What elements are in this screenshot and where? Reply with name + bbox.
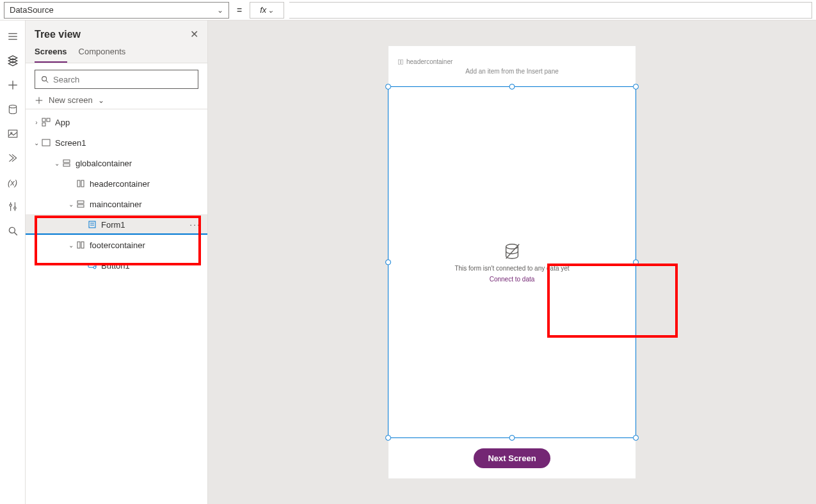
connect-to-data-link[interactable]: Connect to data (490, 276, 535, 283)
svg-point-14 (42, 77, 47, 81)
screen-icon (41, 138, 51, 148)
more-icon[interactable]: ··· (189, 219, 201, 230)
equals-sign: = (234, 5, 244, 15)
caret-icon: ⌄ (52, 160, 61, 167)
caret-icon: ⌄ (32, 139, 41, 146)
tab-components[interactable]: Components (79, 47, 126, 63)
svg-point-5 (9, 105, 16, 108)
svg-point-34 (93, 266, 96, 269)
power-automate-icon[interactable] (0, 146, 26, 170)
left-rail: (x) (0, 20, 26, 504)
vertical-container-icon (61, 158, 72, 168)
fx-label: fx (260, 5, 266, 15)
chevron-down-icon (217, 5, 223, 15)
svg-rect-23 (63, 164, 70, 166)
new-screen-label: New screen (49, 95, 93, 105)
tree-list: › App ⌄ Screen1 ⌄ globalcontainer header… (26, 109, 207, 504)
media-icon[interactable] (0, 122, 26, 146)
property-dropdown[interactable]: DataSource (4, 2, 229, 19)
horizontal-container-icon (76, 240, 86, 250)
svg-rect-35 (398, 59, 400, 64)
svg-rect-31 (77, 242, 80, 248)
tree-node-app[interactable]: › App (26, 112, 207, 132)
tree-node-button1[interactable]: Button1 (26, 255, 207, 276)
svg-line-13 (14, 232, 17, 235)
search-rail-icon[interactable] (0, 219, 26, 243)
horizontal-container-icon (76, 178, 86, 189)
variables-icon[interactable]: (x) (0, 170, 26, 194)
header-container[interactable]: headercontainer Add an item from the Ins… (388, 46, 636, 87)
search-icon (40, 75, 49, 84)
hamburger-icon[interactable] (0, 24, 26, 49)
svg-line-38 (506, 244, 520, 259)
caret-icon: › (32, 119, 41, 126)
plus-icon (35, 96, 44, 105)
chevron-down-icon (98, 95, 104, 105)
tree-node-label: globalcontainer (76, 159, 132, 168)
svg-rect-28 (89, 221, 95, 228)
new-screen-button[interactable]: New screen (26, 91, 207, 109)
main-area: (x) Tree view ✕ Screens Components New s… (0, 20, 816, 504)
advanced-tools-icon[interactable] (0, 194, 26, 219)
search-input[interactable] (53, 75, 193, 84)
svg-point-37 (506, 244, 518, 249)
formula-input[interactable] (289, 2, 812, 19)
tree-header: Tree view ✕ (26, 20, 207, 43)
tree-node-maincontainer[interactable]: ⌄ maincontainer (26, 194, 207, 214)
tree-node-label: Form1 (101, 220, 125, 230)
header-container-label: headercontainer (388, 58, 452, 65)
tree-node-label: Button1 (101, 261, 130, 271)
form-empty-state: This form isn't connected to any data ye… (388, 87, 636, 437)
search-box[interactable] (35, 70, 198, 89)
horizontal-container-icon (397, 59, 404, 65)
fx-button[interactable]: fx (250, 2, 284, 19)
svg-point-9 (9, 204, 11, 206)
canvas: headercontainer Add an item from the Ins… (208, 20, 816, 504)
svg-rect-36 (401, 59, 403, 64)
svg-rect-22 (63, 160, 70, 162)
svg-rect-19 (47, 118, 50, 122)
tree-tabs: Screens Components (26, 43, 207, 63)
svg-point-12 (9, 227, 15, 233)
button-icon (87, 260, 97, 271)
header-hint: Add an item from the Insert pane (465, 68, 559, 75)
svg-rect-32 (81, 242, 84, 248)
phone-frame: headercontainer Add an item from the Ins… (388, 46, 636, 478)
tree-node-form1[interactable]: Form1 ··· (26, 214, 207, 235)
svg-point-11 (13, 207, 15, 209)
svg-rect-24 (77, 180, 80, 187)
insert-icon[interactable] (0, 73, 26, 97)
tab-screens[interactable]: Screens (35, 47, 67, 63)
close-icon[interactable]: ✕ (190, 28, 198, 40)
tree-node-label: headercontainer (90, 179, 150, 189)
tree-node-label: maincontainer (90, 200, 142, 209)
svg-line-15 (46, 81, 49, 83)
form-empty-message: This form isn't connected to any data ye… (454, 265, 569, 272)
tree-node-label: footercontainer (90, 240, 145, 250)
tree-view-panel: Tree view ✕ Screens Components New scree… (26, 20, 208, 504)
tree-node-screen1[interactable]: ⌄ Screen1 (26, 132, 207, 153)
data-icon[interactable] (0, 97, 26, 122)
formula-bar: DataSource = fx (0, 0, 816, 20)
caret-icon: ⌄ (67, 242, 76, 249)
tree-node-headercontainer[interactable]: headercontainer (26, 173, 207, 194)
tree-node-globalcontainer[interactable]: ⌄ globalcontainer (26, 153, 207, 173)
app-icon (41, 117, 51, 127)
svg-rect-21 (42, 139, 50, 146)
caret-icon: ⌄ (67, 201, 76, 208)
main-container-selected[interactable]: This form isn't connected to any data ye… (388, 87, 636, 437)
svg-rect-18 (42, 118, 45, 122)
svg-rect-25 (81, 180, 84, 187)
svg-rect-26 (77, 201, 84, 203)
property-value: DataSource (10, 5, 54, 15)
next-screen-button[interactable]: Next Screen (474, 448, 550, 468)
svg-rect-20 (42, 123, 45, 126)
form-icon (87, 219, 97, 230)
tree-title: Tree view (35, 29, 81, 40)
tree-view-icon[interactable] (0, 49, 26, 73)
svg-rect-27 (77, 205, 84, 207)
tree-node-label: App (55, 118, 70, 127)
chevron-down-icon (268, 5, 274, 15)
database-slash-icon (502, 242, 522, 261)
tree-node-footercontainer[interactable]: ⌄ footercontainer (26, 235, 207, 255)
